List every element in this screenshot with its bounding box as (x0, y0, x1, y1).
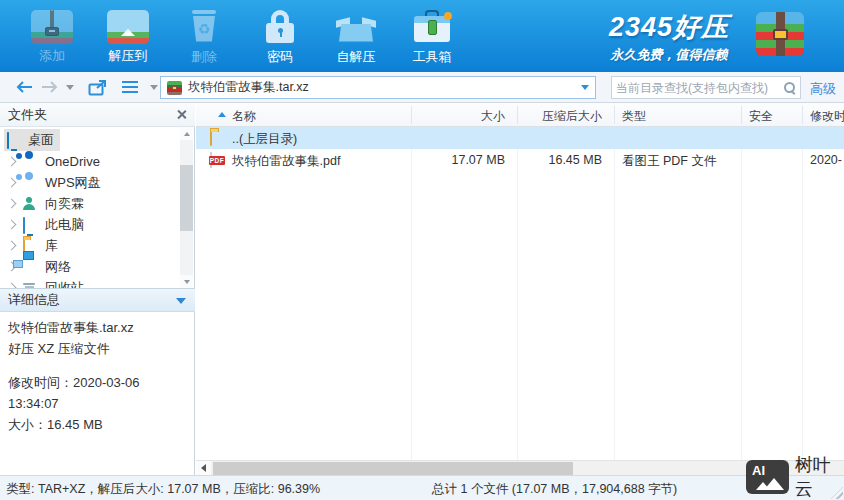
column-header-modified[interactable]: 修改时间 (810, 108, 844, 125)
sort-ascending-icon (218, 112, 226, 117)
computer-icon (23, 217, 25, 234)
toolbox-icon (412, 9, 452, 45)
column-header-size[interactable]: 大小 (413, 108, 505, 125)
archive-file-icon (167, 81, 182, 95)
tree-item-wps-drive[interactable]: WPS网盘 (0, 172, 180, 193)
navigation-bar: 坎特伯雷故事集.tar.xz 高级 (0, 72, 844, 103)
column-header-type[interactable]: 类型 (622, 108, 646, 125)
trash-icon: ♻ (187, 9, 221, 45)
forward-button[interactable] (38, 72, 62, 102)
password-button-label: 密码 (267, 48, 293, 66)
recycle-symbol-icon: ♻ (198, 21, 211, 37)
scroll-left-button[interactable] (196, 461, 211, 475)
brand-title: 2345好压 (586, 9, 752, 45)
pdf-icon: PDF (210, 152, 212, 168)
scrollbar-thumb[interactable] (213, 462, 573, 475)
desktop-icon (7, 132, 9, 149)
row-name: ..(上层目录) (232, 131, 297, 148)
tree-item-label: 此电脑 (45, 216, 84, 234)
search-icon[interactable] (783, 81, 796, 94)
chevron-down-icon (184, 280, 190, 284)
self-extract-button-label: 自解压 (337, 48, 376, 66)
tree-item-recycle-bin[interactable]: 回收站 (0, 277, 180, 288)
view-mode-button[interactable] (118, 72, 142, 102)
password-lock-icon (263, 9, 297, 45)
column-header-compressed[interactable]: 压缩后大小 (519, 108, 602, 125)
folders-panel-header: 文件夹 (0, 103, 195, 127)
add-button[interactable]: 添加 (14, 0, 90, 72)
scroll-down-button[interactable] (180, 275, 193, 288)
open-location-icon (88, 79, 109, 96)
brand-slogan: 永久免费，值得信赖 (586, 46, 752, 64)
column-header-security[interactable]: 安全 (749, 108, 773, 125)
details-modified: 修改时间：2020-03-06 13:34:07 (8, 372, 190, 414)
tree-item-label: 桌面 (28, 131, 54, 149)
close-icon[interactable] (176, 109, 187, 120)
back-arrow-icon (15, 80, 33, 94)
address-text: 坎特伯雷故事集.tar.xz (188, 79, 581, 96)
toolbox-button[interactable]: 工具箱 (394, 0, 470, 72)
expander-icon[interactable] (7, 157, 17, 167)
folder-icon (210, 130, 212, 146)
tree-item-label: 向奕霖 (45, 195, 84, 213)
address-dropdown-icon[interactable] (581, 85, 589, 90)
tree-item-label: 库 (45, 237, 58, 255)
folders-panel-title: 文件夹 (8, 106, 47, 124)
scroll-up-button[interactable] (180, 127, 193, 140)
expander-icon[interactable] (7, 178, 17, 188)
expander-icon[interactable] (7, 199, 17, 209)
expander-icon[interactable] (7, 220, 17, 230)
row-compressed-size: 16.45 MB (519, 153, 602, 167)
tree-item-network[interactable]: 网络 (0, 256, 180, 277)
chevron-down-icon (150, 85, 158, 90)
extract-to-button[interactable]: 解压到 (90, 0, 166, 72)
row-type: 看图王 PDF 文件 (622, 153, 716, 170)
tree-item-onedrive[interactable]: OneDrive (0, 151, 180, 172)
tree-item-label: OneDrive (45, 154, 100, 169)
column-header-name[interactable]: 名称 (232, 108, 256, 125)
list-view-icon (122, 81, 138, 93)
table-row-parent-dir[interactable]: ..(上层目录) (196, 127, 844, 149)
up-level-button[interactable] (84, 72, 112, 102)
row-name: 坎特伯雷故事集.pdf (232, 153, 340, 170)
collapse-chevron-icon[interactable] (176, 298, 186, 304)
tree-item-desktop[interactable]: 桌面 (0, 129, 180, 150)
tree-item-user[interactable]: 向奕霖 (0, 193, 180, 214)
tree-item-this-pc[interactable]: 此电脑 (0, 214, 180, 235)
ai-logo-icon: AI (746, 460, 789, 494)
password-button[interactable]: 密码 (242, 0, 318, 72)
row-size: 17.07 MB (413, 153, 505, 167)
details-panel-title: 详细信息 (8, 291, 60, 309)
advanced-search-link[interactable]: 高级 (810, 80, 836, 98)
chevron-down-icon (66, 85, 74, 90)
chevron-up-icon (184, 132, 190, 136)
chevron-left-icon (201, 464, 206, 472)
back-button[interactable] (12, 72, 36, 102)
status-bar: 类型: TAR+XZ，解压后大小: 17.07 MB，压缩比: 96.39% 总… (0, 475, 844, 500)
status-archive-info: 类型: TAR+XZ，解压后大小: 17.07 MB，压缩比: 96.39% (6, 481, 320, 498)
watermark-text: 树叶云 (795, 453, 844, 500)
brand-suitcase-icon (756, 12, 804, 56)
search-input[interactable] (616, 81, 783, 95)
add-archive-icon (31, 10, 73, 44)
add-button-label: 添加 (39, 47, 65, 65)
tree-item-label: 网络 (45, 258, 71, 276)
extract-to-button-label: 解压到 (109, 47, 148, 65)
delete-button[interactable]: ♻ 删除 (166, 0, 242, 72)
address-bar[interactable]: 坎特伯雷故事集.tar.xz (160, 76, 596, 99)
list-header: 名称 大小 压缩后大小 类型 安全 修改时间 (196, 103, 844, 127)
scrollbar-thumb[interactable] (180, 165, 193, 231)
folder-tree: 桌面 OneDrive WPS网盘 向奕霖 此电脑 库 (0, 127, 180, 288)
details-size: 大小：16.45 MB (8, 414, 190, 435)
notification-dot (444, 12, 452, 20)
expander-icon[interactable] (7, 241, 17, 251)
details-file-name: 坎特伯雷故事集.tar.xz (8, 317, 190, 338)
tree-scrollbar[interactable] (180, 127, 193, 288)
file-list: 名称 大小 压缩后大小 类型 安全 修改时间 ..(上层目录) PDF 坎特伯雷… (196, 103, 844, 475)
row-modified: 2020- (810, 153, 842, 167)
self-extract-button[interactable]: 自解压 (318, 0, 394, 72)
table-row-pdf-file[interactable]: PDF 坎特伯雷故事集.pdf 17.07 MB 16.45 MB 看图王 PD… (196, 149, 844, 171)
tree-item-label: WPS网盘 (45, 174, 101, 192)
brand-logo[interactable]: 2345好压 永久免费，值得信赖 (586, 9, 752, 64)
history-dropdown-button[interactable] (62, 72, 78, 102)
